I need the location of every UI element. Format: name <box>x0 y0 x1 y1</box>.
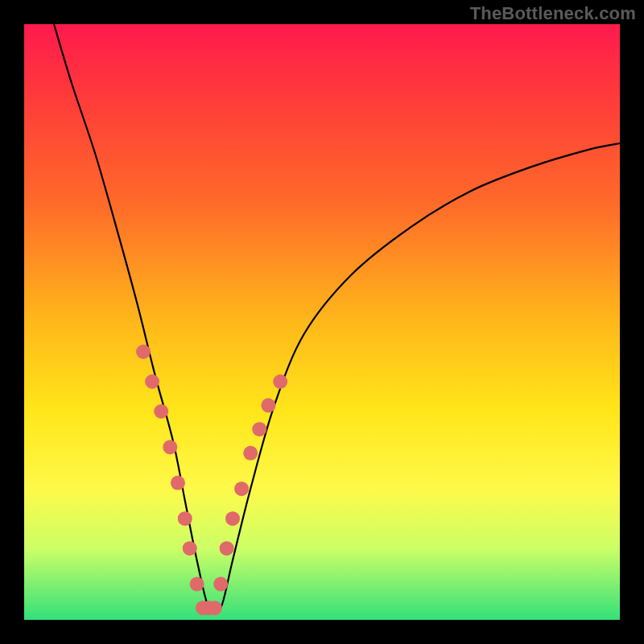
marker-point <box>136 345 151 359</box>
marker-point <box>273 374 287 389</box>
marker-point <box>243 446 258 460</box>
marker-point <box>171 476 185 490</box>
marker-group <box>136 345 287 615</box>
marker-point <box>252 422 266 436</box>
marker-point <box>225 511 240 526</box>
marker-point <box>261 398 275 413</box>
chart-frame: TheBottleneck.com <box>0 0 644 644</box>
marker-point <box>213 577 228 592</box>
marker-point <box>178 511 192 526</box>
marker-point <box>220 541 234 555</box>
bottleneck-curve <box>54 24 620 614</box>
marker-point <box>234 481 249 496</box>
marker-point <box>208 601 222 615</box>
curve-svg <box>24 24 620 620</box>
marker-point <box>183 541 197 555</box>
marker-point <box>163 440 177 454</box>
marker-point <box>154 404 168 419</box>
watermark-text: TheBottleneck.com <box>470 3 636 24</box>
plot-area <box>24 24 620 620</box>
marker-point <box>190 577 204 592</box>
marker-point <box>145 374 159 389</box>
